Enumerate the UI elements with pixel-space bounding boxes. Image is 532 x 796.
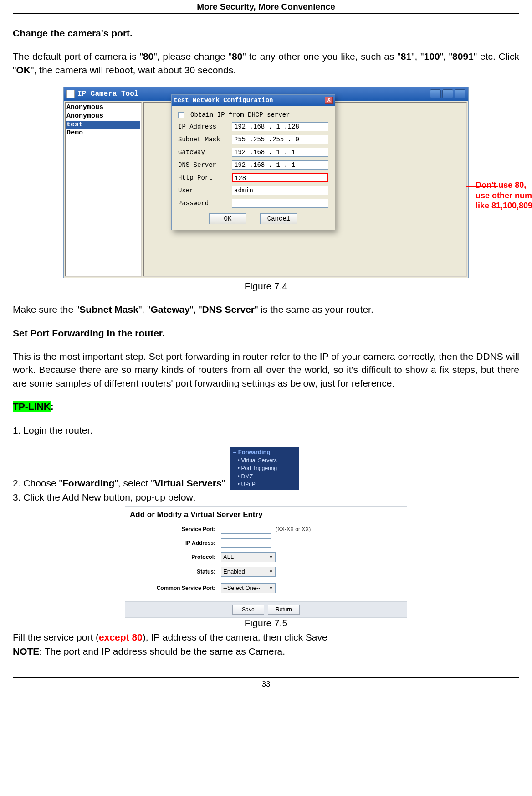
common-port-select[interactable]: --Select One--▼ xyxy=(221,583,276,593)
port-callout-note: Don't use 80, use other number like 81,1… xyxy=(476,180,532,211)
dhcp-checkbox[interactable] xyxy=(178,112,184,118)
list-item[interactable]: Anonymous xyxy=(66,112,140,121)
ok-button[interactable]: OK xyxy=(209,213,246,224)
dns-label: DNS Server xyxy=(178,161,228,169)
text: : The port and IP address should be the … xyxy=(39,646,285,656)
figure-7-5-caption: Figure 7.5 xyxy=(13,618,519,629)
network-config-dialog: test Network Configuration X Obtain IP f… xyxy=(171,94,335,230)
bold-100: 100 xyxy=(424,51,440,62)
text: " xyxy=(222,478,225,488)
menu-item[interactable]: Port Triggering xyxy=(233,465,299,472)
user-input[interactable]: admin xyxy=(232,186,328,195)
text: ", " xyxy=(138,304,151,315)
bold-ok: OK xyxy=(16,65,31,75)
fill-service-port-line: Fill the service port (except 80), IP ad… xyxy=(13,631,519,644)
figure-7-4-caption: Figure 7.4 xyxy=(13,281,519,292)
bold-dns: DNS Server xyxy=(202,304,255,315)
protocol-select[interactable]: ALL▼ xyxy=(221,552,276,562)
text: The default port of camera is " xyxy=(13,51,143,62)
dialog-titlebar: test Network Configuration X xyxy=(172,95,335,106)
dns-input[interactable]: 192 .168 . 1 . 1 xyxy=(232,160,328,170)
menu-item[interactable]: DMZ xyxy=(233,473,299,481)
bold-forwarding: Forwarding xyxy=(62,478,114,488)
text: ", " xyxy=(440,51,452,62)
tplink-colon: : xyxy=(51,401,54,412)
menu-item[interactable]: Virtual Servers xyxy=(233,457,299,465)
mask-input[interactable]: 255 .255 .255 . 0 xyxy=(232,135,328,144)
password-label: Password xyxy=(178,200,228,207)
return-button[interactable]: Return xyxy=(268,605,300,615)
tplink-highlight: TP-LINK xyxy=(13,401,51,412)
text: ", please change " xyxy=(153,51,232,62)
gateway-input[interactable]: 192 .168 . 1 . 1 xyxy=(232,148,328,157)
list-item-selected[interactable]: test xyxy=(66,121,140,129)
dialog-close-button[interactable]: X xyxy=(325,97,333,104)
ip-input[interactable]: 192 .168 . 1 .128 xyxy=(232,122,328,131)
page-header: More Security, More Convenience xyxy=(13,0,519,14)
list-item[interactable]: Anonymous xyxy=(66,103,140,112)
window-title: IP Camera Tool xyxy=(77,90,138,98)
port-fwd-paragraph: This is the most important step. Set por… xyxy=(13,350,519,390)
status-value: Enabled xyxy=(223,568,245,575)
dialog-title: test Network Configuration xyxy=(174,97,273,104)
common-port-value: --Select One-- xyxy=(223,584,261,591)
note-line2: use other number xyxy=(476,191,532,200)
mask-label: Subnet Mask xyxy=(178,136,228,143)
service-port-input[interactable] xyxy=(221,525,271,534)
figure-7-5: Add or Modify a Virtual Server Entry Ser… xyxy=(125,506,407,618)
tplink-step1: 1. Login the router. xyxy=(13,424,519,437)
bold-81: 81 xyxy=(401,51,411,62)
ip-address-input[interactable] xyxy=(221,538,271,548)
text: ", select " xyxy=(114,478,154,488)
text: Fill the service port ( xyxy=(13,632,99,642)
camera-list[interactable]: Anonymous Anonymous test Demo xyxy=(65,102,142,277)
port-label: Http Port xyxy=(178,174,228,181)
text: 2. Choose " xyxy=(13,478,62,488)
gateway-label: Gateway xyxy=(178,149,228,156)
protocol-value: ALL xyxy=(223,553,234,560)
subnet-gateway-note: Make sure the "Subnet Mask", "Gateway", … xyxy=(13,303,519,316)
ip-label: IP Address xyxy=(178,123,228,130)
bold-80b: 80 xyxy=(232,51,242,62)
section-title-change-port: Change the camera's port. xyxy=(13,26,519,40)
service-port-label: Service Port: xyxy=(130,526,221,532)
user-label: User xyxy=(178,187,228,194)
menu-item[interactable]: UPnP xyxy=(233,481,299,488)
list-item[interactable]: Demo xyxy=(66,129,140,138)
dhcp-label: Obtain IP from DHCP server xyxy=(190,111,290,119)
close-button[interactable] xyxy=(455,89,466,98)
text: ", " xyxy=(190,304,202,315)
except-80: except 80 xyxy=(99,632,143,642)
minimize-button[interactable] xyxy=(430,89,441,98)
text: Make sure the " xyxy=(13,304,79,315)
forwarding-menu: Forwarding Virtual Servers Port Triggeri… xyxy=(230,447,299,490)
tplink-heading: TP-LINK: xyxy=(13,400,519,413)
bold-virtual-servers: Virtual Servers xyxy=(154,478,222,488)
tplink-step3: 3. Click the Add New button, pop-up belo… xyxy=(13,491,519,504)
dhcp-row: Obtain IP from DHCP server xyxy=(178,111,328,119)
text: ), IP address of the camera, then click … xyxy=(143,632,327,642)
cancel-button[interactable]: Cancel xyxy=(260,213,297,224)
tplink-step2: 2. Choose "Forwarding", select "Virtual … xyxy=(13,447,519,490)
chevron-down-icon: ▼ xyxy=(269,585,273,590)
chevron-down-icon: ▼ xyxy=(269,554,273,559)
ip-address-label: IP Address: xyxy=(130,540,221,546)
status-select[interactable]: Enabled▼ xyxy=(221,567,276,577)
protocol-label: Protocol: xyxy=(130,554,221,560)
window-icon xyxy=(66,90,75,98)
common-port-label: Common Service Port: xyxy=(130,585,221,591)
bold-subnet: Subnet Mask xyxy=(79,304,138,315)
status-label: Status: xyxy=(130,569,221,575)
menu-heading[interactable]: Forwarding xyxy=(233,448,299,457)
change-port-paragraph: The default port of camera is "80", plea… xyxy=(13,50,519,77)
http-port-input[interactable]: 128 xyxy=(232,173,328,182)
bold-8091: 8091 xyxy=(452,51,474,62)
maximize-button[interactable] xyxy=(442,89,453,98)
save-button[interactable]: Save xyxy=(232,605,264,615)
note-line3: like 81,100,8091 xyxy=(476,201,532,210)
form-title: Add or Modify a Virtual Server Entry xyxy=(125,507,407,521)
text: ", the camera will reboot, wait about 30… xyxy=(31,65,236,75)
text: " is the same as your router. xyxy=(255,304,373,315)
password-input[interactable] xyxy=(232,199,328,208)
section-title-port-fwd: Set Port Forwarding in the router. xyxy=(13,326,519,340)
